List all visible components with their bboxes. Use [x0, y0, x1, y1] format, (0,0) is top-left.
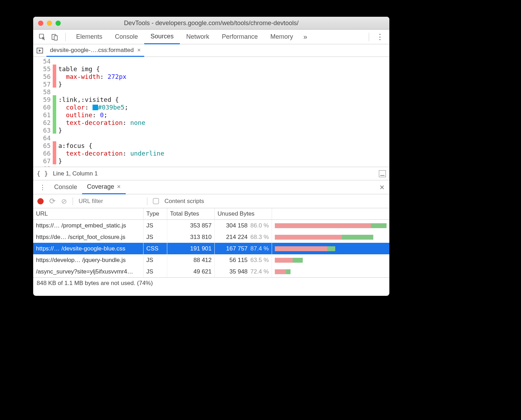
- coverage-row[interactable]: https://de… /script_foot_closure.jsJS313…: [33, 231, 389, 243]
- file-tab-label: devsite-google-….css:formatted: [50, 47, 134, 54]
- editor-status-bar: { } Line 1, Column 1: [33, 167, 389, 180]
- tab-sources[interactable]: Sources: [144, 30, 180, 44]
- coverage-row[interactable]: https://develop… /jquery-bundle.jsJS88 4…: [33, 254, 389, 266]
- coverage-row[interactable]: /async_survey?site=ylj5ifxusvvmr4…JS49 6…: [33, 266, 389, 277]
- code-editor[interactable]: 545556575859606162636465666768 table img…: [33, 57, 389, 167]
- tab-elements[interactable]: Elements: [70, 30, 109, 44]
- content-scripts-checkbox[interactable]: [153, 198, 159, 204]
- drawer-tabs: ⋮ ConsoleCoverage× ×: [33, 180, 389, 194]
- col-total[interactable]: Total Bytes: [167, 208, 215, 219]
- device-toolbar-icon[interactable]: [49, 33, 61, 41]
- pretty-print-icon[interactable]: { }: [37, 170, 48, 177]
- clear-icon[interactable]: ⊘: [61, 197, 67, 205]
- drawer-more-icon[interactable]: ⋮: [36, 183, 49, 191]
- drawer-tab-coverage[interactable]: Coverage×: [82, 181, 126, 194]
- settings-kebab-icon[interactable]: ⋮: [373, 32, 387, 42]
- reload-icon[interactable]: ⟳: [49, 197, 56, 206]
- more-tabs-button[interactable]: »: [299, 33, 311, 41]
- inspect-element-icon[interactable]: [36, 33, 49, 41]
- tab-performance[interactable]: Performance: [215, 30, 264, 44]
- close-file-tab-icon[interactable]: ×: [137, 47, 141, 54]
- tab-memory[interactable]: Memory: [264, 30, 299, 44]
- tab-network[interactable]: Network: [180, 30, 215, 44]
- traffic-lights: [38, 21, 61, 26]
- toggle-sidebar-icon[interactable]: [379, 170, 386, 177]
- file-tab[interactable]: devsite-google-….css:formatted ×: [46, 45, 144, 57]
- coverage-gutter: [53, 57, 56, 167]
- titlebar: DevTools - developers.google.com/web/too…: [33, 17, 389, 30]
- record-button[interactable]: [37, 198, 44, 204]
- file-tabs: devsite-google-….css:formatted ×: [33, 44, 389, 57]
- svg-rect-2: [54, 36, 57, 40]
- coverage-toolbar: ⟳ ⊘ Content scripts: [33, 194, 389, 208]
- url-filter-input[interactable]: [79, 198, 141, 205]
- cursor-position: Line 1, Column 1: [53, 170, 98, 177]
- devtools-window: DevTools - developers.google.com/web/too…: [33, 17, 389, 296]
- col-url[interactable]: URL: [33, 208, 144, 219]
- close-drawer-icon[interactable]: ×: [377, 182, 387, 192]
- content-scripts-label: Content scripts: [164, 198, 204, 205]
- coverage-row[interactable]: https://… /devsite-google-blue.cssCSS191…: [33, 243, 389, 254]
- zoom-window-button[interactable]: [56, 21, 61, 26]
- coverage-row[interactable]: https://… /prompt_embed_static.jsJS353 8…: [33, 220, 389, 231]
- col-bar: [272, 208, 389, 219]
- line-gutter: 545556575859606162636465666768: [33, 57, 53, 167]
- col-unused[interactable]: Unused Bytes: [215, 208, 272, 219]
- coverage-table: URL Type Total Bytes Unused Bytes https:…: [33, 208, 389, 288]
- minimize-window-button[interactable]: [47, 21, 52, 26]
- close-drawer-tab-icon[interactable]: ×: [117, 183, 121, 190]
- tab-console[interactable]: Console: [109, 30, 144, 44]
- window-title: DevTools - developers.google.com/web/too…: [33, 20, 389, 27]
- coverage-table-header: URL Type Total Bytes Unused Bytes: [33, 208, 389, 220]
- col-type[interactable]: Type: [144, 208, 167, 219]
- close-window-button[interactable]: [38, 21, 43, 26]
- show-navigator-icon[interactable]: [33, 47, 46, 54]
- coverage-summary: 848 KB of 1.1 MB bytes are not used. (74…: [33, 277, 389, 288]
- code-body: table img { max-width: 272px}:link,:visi…: [56, 57, 164, 167]
- drawer-tab-console[interactable]: Console: [49, 180, 82, 194]
- main-tabs: ElementsConsoleSourcesNetworkPerformance…: [33, 30, 389, 44]
